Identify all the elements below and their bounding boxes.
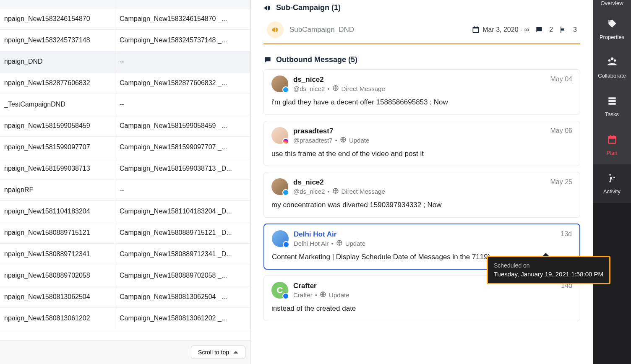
table-row[interactable]: npaign_New1581599038713Campaign_New15815… [0, 158, 250, 179]
message-icon [535, 26, 543, 34]
table-cell: Campaign_New1580889715121 _D... [115, 222, 250, 243]
avatar [271, 178, 288, 195]
instagram-icon [282, 138, 289, 145]
globe-icon [340, 136, 347, 144]
twitter-icon [282, 86, 289, 93]
table-row[interactable]: npaign_New1583246154870Campaign_New15832… [0, 8, 250, 30]
table-cell: npaignRF [0, 179, 115, 200]
message-date: May 25 [550, 178, 572, 186]
message-body: i'm glad they have a decent offer 158858… [271, 97, 572, 108]
scroll-to-top-button[interactable]: Scroll to top [191, 346, 245, 359]
right-sidebar: Overview Properties Collaborate Tasks Pl… [593, 0, 631, 364]
table-cell: npaign_New1581599097707 [0, 137, 115, 158]
message-date: 13d [561, 230, 572, 238]
tooltip-value: Tuesday, January 19, 2021 1:58:00 PM [494, 270, 603, 279]
table-cell: -- [115, 179, 250, 200]
message-channel: Direct Message [342, 85, 385, 92]
schedule-tooltip: Scheduled on Tuesday, January 19, 2021 1… [487, 256, 610, 284]
table-cell: npaign_New1582877606832 [0, 73, 115, 94]
table-cell: Campaign_New1583245737148 _... [115, 30, 250, 51]
table-row[interactable]: npaign_New1581599058459Campaign_New15815… [0, 115, 250, 137]
subcampaign-msg-count: 2 [549, 26, 553, 34]
message-handle: @ds_nice2 [293, 85, 325, 92]
table-row[interactable]: npaignRF-- [0, 179, 250, 201]
sidebar-item-activity[interactable]: Activity [593, 164, 631, 203]
message-card[interactable]: ds_nice2@ds_nice2 • Direct MessageMay 04… [263, 69, 580, 115]
subcampaign-section-title: Sub-Campaign (1) [276, 3, 341, 12]
table-header-col1[interactable] [0, 0, 115, 8]
message-card[interactable]: ds_nice2@ds_nice2 • Direct MessageMay 25… [263, 172, 580, 218]
message-handle: Delhi Hot Air [294, 240, 329, 247]
message-username[interactable]: Delhi Hot Air [294, 230, 555, 239]
table-footer: Scroll to top [0, 340, 250, 364]
caret-up-icon [233, 351, 238, 354]
message-username: ds_nice2 [293, 178, 545, 187]
avatar [271, 127, 288, 144]
sidebar-item-plan[interactable]: Plan [593, 126, 631, 164]
table-cell: npaign_New1583246154870 [0, 8, 115, 29]
table-row[interactable]: npaign_New1580889715121Campaign_New15808… [0, 222, 250, 244]
subcampaign-flag-count: 3 [573, 26, 577, 34]
table-cell: Campaign_New1580889702058 _... [115, 265, 250, 286]
speech-bubble-icon [263, 56, 272, 64]
message-meta: @ds_nice2 • Direct Message [293, 85, 545, 93]
facebook-icon [283, 241, 289, 248]
table-row[interactable]: npaign_New1580889712341Campaign_New15808… [0, 244, 250, 265]
table-row[interactable]: npaign_New1581104183204Campaign_New15811… [0, 201, 250, 222]
message-username: ds_nice2 [293, 75, 545, 84]
subcampaign-date-text: Mar 3, 2020 - ∞ [482, 26, 529, 34]
table-row[interactable]: npaign_New1580813061202Campaign_New15808… [0, 308, 250, 329]
tag-icon [607, 18, 618, 31]
sidebar-label: Plan [606, 150, 617, 156]
sidebar-label: Properties [600, 34, 624, 40]
table-row[interactable]: _TestCampaignDND-- [0, 94, 250, 115]
calendar-icon [607, 134, 618, 146]
table-cell: npaign_New1581599038713 [0, 158, 115, 179]
table-header-col2[interactable] [115, 0, 250, 8]
message-username: prasadtest7 [293, 127, 545, 135]
scroll-to-top-label: Scroll to top [198, 349, 229, 356]
detail-panel: Sub-Campaign (1) SubCampaign_DND Mar 3, … [251, 0, 593, 364]
table-row[interactable]: npaign_New1581599097707Campaign_New15815… [0, 137, 250, 158]
avatar [271, 75, 288, 92]
sidebar-label: Tasks [605, 111, 619, 117]
tooltip-label: Scheduled on [494, 261, 603, 270]
sidebar-item-collaborate[interactable]: Collaborate [593, 49, 631, 87]
subcampaign-section-header: Sub-Campaign (1) [263, 3, 580, 12]
table-row[interactable]: npaign_New1582877606832Campaign_New15828… [0, 73, 250, 94]
message-body: instead of the created date [271, 303, 572, 314]
facebook-icon [282, 293, 289, 299]
sidebar-item-overview[interactable]: Overview [593, 0, 631, 10]
table-row[interactable]: npaign_DND-- [0, 51, 250, 73]
table-cell: npaign_DND [0, 51, 115, 72]
sidebar-item-properties[interactable]: Properties [593, 10, 631, 49]
table-row[interactable]: npaign_New1583245737148Campaign_New15832… [0, 30, 250, 51]
message-meta: Delhi Hot Air • Update [294, 239, 555, 247]
list-icon [607, 96, 618, 108]
table-cell: Campaign_New1581599097707 _... [115, 137, 250, 158]
sidebar-item-tasks[interactable]: Tasks [593, 87, 631, 126]
table-cell: npaign_New1581599058459 [0, 115, 115, 136]
subcampaign-date: Mar 3, 2020 - ∞ [472, 26, 529, 34]
table-cell: Campaign_New1581104183204 _D... [115, 201, 250, 222]
subcampaign-name: SubCampaign_DND [289, 26, 466, 34]
subcampaign-card[interactable]: SubCampaign_DND Mar 3, 2020 - ∞ 2 3 [263, 17, 580, 44]
sidebar-label: Overview [600, 0, 623, 6]
globe-icon [320, 291, 326, 299]
table-cell: -- [115, 94, 250, 115]
table-cell: Campaign_New1581599058459 _... [115, 115, 250, 136]
avatar [272, 230, 289, 247]
table-row[interactable]: npaign_New1580889702058Campaign_New15808… [0, 265, 250, 286]
people-icon [607, 57, 618, 69]
megaphone-icon [267, 21, 284, 38]
table-cell: Campaign_New1581599038713 _D... [115, 158, 250, 179]
table-cell: npaign_New1580889702058 [0, 265, 115, 286]
twitter-icon [282, 189, 289, 196]
message-body: use this frame at the end of the video a… [271, 148, 572, 159]
table-row[interactable]: npaign_New1580813062504Campaign_New15808… [0, 286, 250, 308]
table-header-row [0, 0, 250, 8]
sidebar-label: Activity [603, 188, 621, 195]
message-handle: @ds_nice2 [293, 188, 325, 195]
message-card[interactable]: prasadtest7@prasadtest7 • UpdateMay 06us… [263, 121, 580, 166]
table-cell: npaign_New1580889712341 [0, 244, 115, 265]
